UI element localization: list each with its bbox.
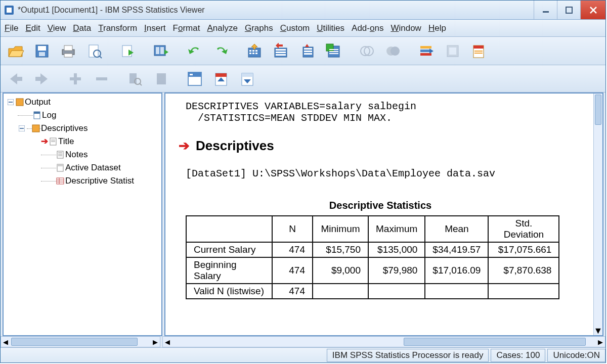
designate-window-button[interactable] xyxy=(467,40,491,62)
cell-mean: $34,419.57 xyxy=(425,242,488,257)
svg-rect-54 xyxy=(474,53,483,54)
content-horizontal-scrollbar[interactable]: ◀ ▶ xyxy=(162,336,605,347)
use-sets-button[interactable] xyxy=(441,40,465,62)
scroll-left-icon[interactable]: ◀ xyxy=(163,337,172,347)
outline-item-log[interactable]: Log xyxy=(18,109,161,122)
outline-item-active-dataset[interactable]: Active Dataset xyxy=(41,161,161,174)
svg-rect-75 xyxy=(34,112,40,114)
svg-rect-30 xyxy=(276,54,286,56)
menu-analyze[interactable]: Analyze xyxy=(207,23,237,33)
outline-item-title[interactable]: ➔ Title xyxy=(41,135,161,148)
svg-rect-3 xyxy=(566,7,572,13)
scroll-thumb[interactable] xyxy=(595,95,601,125)
select-cases-button[interactable] xyxy=(355,40,379,62)
move-down-button[interactable] xyxy=(235,68,259,90)
content-pane[interactable]: DESCRIPTIVES VARIABLES=salary salbegin /… xyxy=(164,93,603,336)
svg-rect-61 xyxy=(157,73,166,84)
scroll-down-icon[interactable]: ▼ xyxy=(594,326,602,335)
svg-line-60 xyxy=(140,83,142,85)
current-marker-icon: ➔ xyxy=(41,135,48,148)
collapse-icon[interactable] xyxy=(18,124,26,132)
goto-variable-button[interactable] xyxy=(269,40,293,62)
menu-window[interactable]: Window xyxy=(391,23,421,33)
menu-format[interactable]: Format xyxy=(173,23,200,33)
demote-button[interactable] xyxy=(90,68,114,90)
outline-pane[interactable]: Output Log Descriptives xyxy=(3,93,162,336)
scroll-left-icon[interactable]: ◀ xyxy=(1,337,10,347)
notes-icon xyxy=(56,151,64,159)
scroll-thumb[interactable] xyxy=(404,338,586,346)
svg-rect-66 xyxy=(215,73,227,77)
promote-button[interactable] xyxy=(63,68,88,90)
menu-graphs[interactable]: Graphs xyxy=(245,23,273,33)
menu-edit[interactable]: Edit xyxy=(25,23,40,33)
outline-horizontal-scrollbar[interactable]: ◀ ▶ xyxy=(1,336,160,347)
collapse-icon[interactable] xyxy=(7,98,15,106)
recall-dialog-button[interactable] xyxy=(149,40,174,62)
weight-cases-button[interactable] xyxy=(381,40,405,62)
scroll-right-icon[interactable]: ▶ xyxy=(151,337,160,347)
variables-button[interactable] xyxy=(321,40,345,62)
value-labels-button[interactable] xyxy=(414,40,439,62)
nav-forward-button[interactable] xyxy=(30,68,54,90)
menu-utilities[interactable]: Utilities xyxy=(317,23,344,33)
outline-root[interactable]: Output xyxy=(7,96,161,109)
content-vertical-scrollbar[interactable]: ▲ ▼ xyxy=(593,94,602,335)
goto-case-button[interactable] xyxy=(242,40,267,62)
menu-custom[interactable]: Custom xyxy=(280,23,310,33)
svg-rect-1 xyxy=(7,8,12,13)
menu-view[interactable]: View xyxy=(48,23,66,33)
scroll-right-icon[interactable]: ▶ xyxy=(596,337,605,347)
export-button[interactable] xyxy=(116,40,140,62)
svg-rect-78 xyxy=(32,125,39,132)
svg-rect-58 xyxy=(129,73,137,83)
menu-file[interactable]: File xyxy=(5,23,18,33)
menu-data[interactable]: Data xyxy=(73,23,91,33)
svg-rect-50 xyxy=(449,48,456,55)
svg-rect-57 xyxy=(96,77,107,80)
menu-transform[interactable]: Transform xyxy=(98,23,137,33)
cell-max xyxy=(368,284,425,299)
close-button[interactable] xyxy=(580,1,605,19)
outline-item-notes[interactable]: Notes xyxy=(41,148,161,161)
svg-rect-48 xyxy=(420,53,431,56)
titlebar[interactable]: *Output1 [Document1] - IBM SPSS Statisti… xyxy=(1,1,605,20)
toolbar-nav xyxy=(1,65,605,93)
svg-rect-8 xyxy=(39,52,45,56)
print-button[interactable] xyxy=(56,40,80,62)
minimize-button[interactable] xyxy=(534,1,557,19)
outline-root-label: Output xyxy=(25,96,51,109)
print-preview-button[interactable] xyxy=(82,40,107,62)
table-icon xyxy=(56,177,64,185)
svg-rect-23 xyxy=(249,53,251,54)
svg-rect-82 xyxy=(57,151,63,158)
svg-line-14 xyxy=(100,56,102,58)
scroll-thumb[interactable] xyxy=(11,338,138,346)
nav-back-button[interactable] xyxy=(4,68,28,90)
cell-sd: $7,870.638 xyxy=(488,257,559,284)
show-hide-button[interactable] xyxy=(183,68,207,90)
menu-insert[interactable]: Insert xyxy=(144,23,166,33)
outline-item-descriptives[interactable]: Descriptives xyxy=(18,122,161,135)
move-up-button[interactable] xyxy=(209,68,233,90)
svg-rect-7 xyxy=(38,46,46,51)
svg-rect-11 xyxy=(64,54,72,57)
cell-label: Beginning Salary xyxy=(186,257,272,284)
cell-max: $135,000 xyxy=(368,242,425,257)
goto-data-button[interactable] xyxy=(149,68,174,90)
undo-button[interactable] xyxy=(183,40,207,62)
cell-mean: $17,016.09 xyxy=(425,257,488,284)
cell-n: 474 xyxy=(272,284,313,299)
menu-help[interactable]: Help xyxy=(428,23,446,33)
save-button[interactable] xyxy=(30,40,54,62)
maximize-button[interactable] xyxy=(557,1,580,19)
menu-addons[interactable]: Add-ons xyxy=(352,23,383,33)
insert-variable-button[interactable] xyxy=(295,40,319,62)
open-button[interactable] xyxy=(4,40,28,62)
syntax-block: DESCRIPTIVES VARIABLES=salary salbegin /… xyxy=(186,101,592,124)
find-button[interactable] xyxy=(123,68,147,90)
outline-item-desc-stats[interactable]: Descriptive Statist xyxy=(41,174,161,188)
status-cases: Cases: 100 xyxy=(491,349,545,362)
outline-label-title: Title xyxy=(58,135,74,148)
redo-button[interactable] xyxy=(209,40,233,62)
